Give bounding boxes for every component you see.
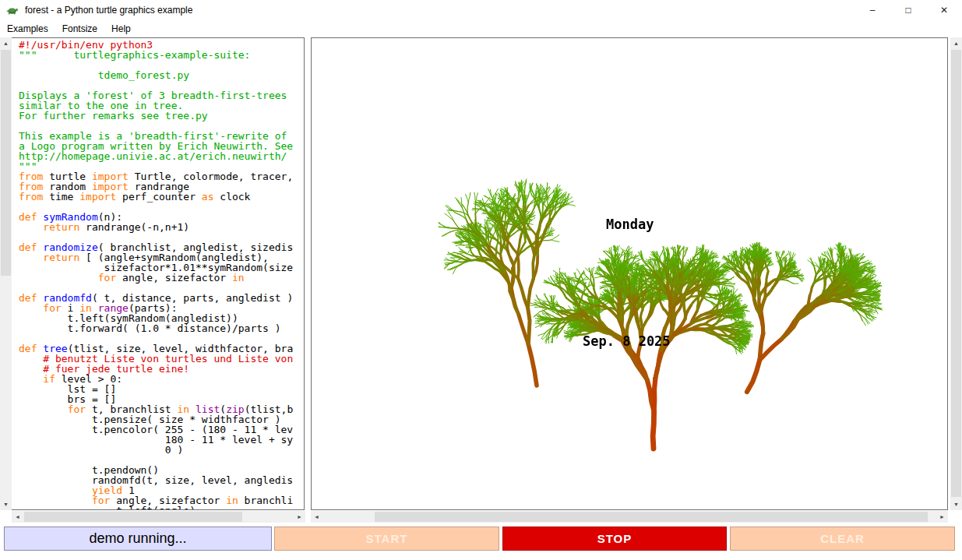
minimize-button[interactable]: –: [855, 0, 890, 20]
scroll-right-icon[interactable]: ►: [294, 511, 305, 523]
window-titlebar: forest - a Python turtle graphics exampl…: [0, 0, 962, 20]
turtle-canvas: [312, 38, 947, 509]
canvas-text-monday: Monday: [606, 217, 654, 232]
canvas-text-date: Sep. 8 2025: [583, 333, 671, 349]
code-line: For further remarks see tree.py: [19, 111, 304, 121]
menu-examples[interactable]: Examples: [0, 21, 55, 37]
stop-button[interactable]: STOP: [502, 527, 727, 551]
code-line: for angle, sizefactor in: [19, 273, 304, 283]
scroll-up-icon[interactable]: ▲: [0, 37, 12, 49]
bottom-bar: demo running... START STOP CLEAR: [0, 523, 962, 560]
code-vscroll-thumb[interactable]: [1, 50, 11, 276]
turtle-app-icon: [6, 4, 19, 16]
status-field: demo running...: [4, 527, 272, 551]
code-line: t.forward( (1.0 * distance)/parts ): [19, 323, 304, 333]
scroll-left-icon[interactable]: ◄: [12, 511, 23, 523]
scroll-up-icon[interactable]: ▲: [950, 37, 962, 49]
turtledemo-window: forest - a Python turtle graphics exampl…: [0, 0, 962, 560]
window-title: forest - a Python turtle graphics exampl…: [25, 5, 192, 16]
clear-button[interactable]: CLEAR: [730, 527, 955, 551]
window-controls: – □ ✕: [855, 0, 962, 20]
maximize-button[interactable]: □: [890, 0, 926, 20]
canvas-vertical-scrollbar[interactable]: ▲ ▼: [950, 37, 962, 510]
graphics-pane: Monday Sep. 8 2025: [311, 37, 948, 510]
code-line: from time import perf_counter as clock: [19, 192, 304, 202]
scroll-down-icon[interactable]: ▼: [950, 498, 962, 510]
code-horizontal-scrollbar[interactable]: ◄ ►: [12, 511, 305, 523]
canvas-hscroll-thumb[interactable]: [375, 512, 928, 522]
code-line: tdemo_forest.py: [19, 70, 304, 80]
code-line: return randrange(-n,n+1): [19, 222, 304, 232]
scroll-left-icon[interactable]: ◄: [311, 511, 322, 523]
menubar: Examples Fontsize Help: [0, 20, 962, 37]
menu-fontsize[interactable]: Fontsize: [55, 21, 104, 37]
menu-help[interactable]: Help: [104, 21, 138, 37]
scroll-right-icon[interactable]: ►: [936, 511, 948, 523]
code-vertical-scrollbar[interactable]: ▲ ▼: [0, 37, 12, 510]
code-line: http://homepage.univie.ac.at/erich.neuwi…: [19, 151, 304, 161]
canvas-vscroll-thumb[interactable]: [951, 50, 961, 497]
code-line: 0 ): [19, 445, 304, 455]
code-line: """ turtlegraphics-example-suite:: [19, 50, 304, 60]
close-button[interactable]: ✕: [926, 0, 962, 20]
code-text[interactable]: #!/usr/bin/env python3""" turtlegraphics…: [12, 37, 305, 510]
scroll-down-icon[interactable]: ▼: [0, 498, 12, 510]
canvas-horizontal-scrollbar[interactable]: ◄ ►: [311, 511, 948, 523]
start-button[interactable]: START: [274, 527, 499, 551]
code-hscroll-thumb[interactable]: [24, 512, 242, 522]
